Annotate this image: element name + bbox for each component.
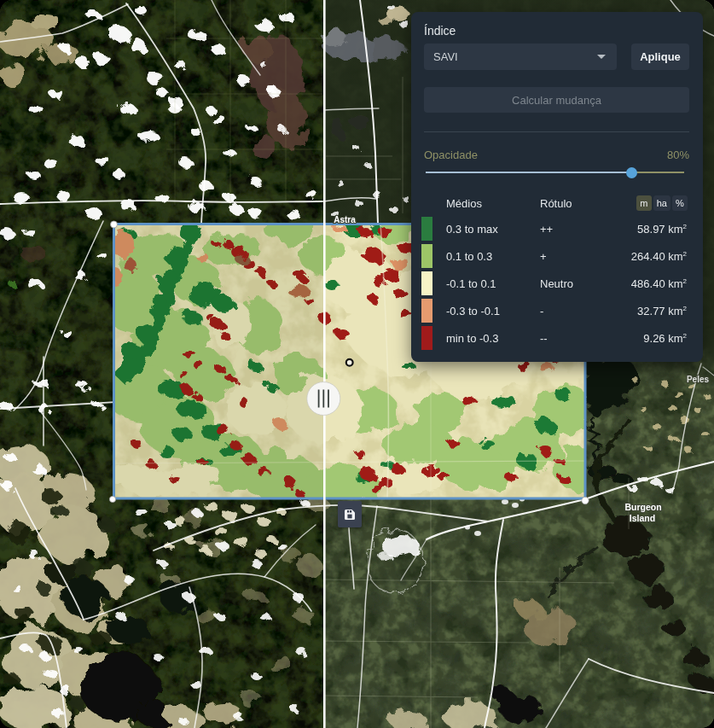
svg-text:Island: Island: [630, 513, 655, 523]
svg-text:Burgeon: Burgeon: [624, 502, 661, 512]
svg-text:Peles: Peles: [687, 375, 710, 384]
svg-text:Astra: Astra: [334, 215, 356, 224]
